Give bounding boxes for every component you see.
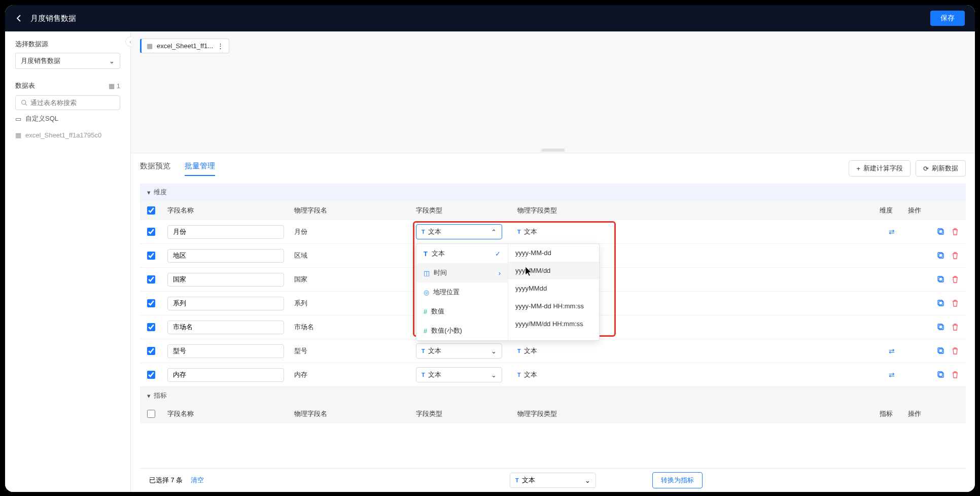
copy-icon[interactable] bbox=[937, 324, 944, 331]
delete-icon[interactable] bbox=[952, 347, 959, 355]
field-type-select[interactable]: T文本⌄ bbox=[416, 343, 502, 359]
plus-icon: + bbox=[856, 165, 860, 172]
col-dimension: 维度 bbox=[619, 206, 908, 215]
svg-rect-7 bbox=[939, 301, 943, 306]
tables-count: 1 bbox=[117, 82, 120, 90]
delete-icon[interactable] bbox=[952, 228, 959, 235]
copy-icon[interactable] bbox=[937, 371, 944, 378]
clear-selection[interactable]: 清空 bbox=[191, 476, 204, 485]
delete-icon[interactable] bbox=[952, 276, 959, 283]
table-item[interactable]: ▦ excel_Sheet1_ff1a1795c0 bbox=[15, 127, 120, 143]
tab-preview[interactable]: 数据预览 bbox=[140, 161, 170, 176]
copy-icon[interactable] bbox=[937, 347, 944, 355]
convert-to-metric-button[interactable]: 转换为指标 bbox=[652, 472, 703, 488]
tabs: 数据预览 批量管理 bbox=[140, 161, 215, 176]
type-icon: T bbox=[424, 250, 428, 258]
canvas-area: ▦ excel_Sheet1_ff1... ⋮ bbox=[131, 31, 975, 153]
field-type-select[interactable]: T文本 ⌃ bbox=[416, 224, 502, 239]
delete-icon[interactable] bbox=[952, 300, 959, 307]
row-checkbox[interactable] bbox=[147, 347, 155, 355]
search-icon bbox=[21, 99, 27, 106]
copy-icon[interactable] bbox=[937, 228, 944, 235]
row-checkbox[interactable] bbox=[147, 252, 155, 260]
datasource-select[interactable]: 月度销售数据 ⌄ bbox=[15, 53, 120, 69]
chevron-up-icon: ⌃ bbox=[491, 228, 497, 236]
chevron-down-icon: ⌄ bbox=[491, 347, 497, 355]
date-format-option[interactable]: yyyy/MM/dd HH:mm:ss bbox=[508, 315, 599, 333]
field-name-input[interactable] bbox=[167, 225, 284, 239]
physical-name: 内存 bbox=[294, 370, 416, 379]
swap-icon[interactable]: ⇄ bbox=[889, 228, 895, 236]
field-name-input[interactable] bbox=[167, 321, 284, 334]
table-search[interactable] bbox=[15, 95, 120, 110]
delete-icon[interactable] bbox=[952, 324, 959, 331]
text-type-icon: T bbox=[422, 229, 425, 235]
delete-icon[interactable] bbox=[952, 371, 959, 378]
new-calc-field-button[interactable]: +新建计算字段 bbox=[849, 160, 911, 176]
row-checkbox[interactable] bbox=[147, 323, 155, 331]
row-checkbox[interactable] bbox=[147, 371, 155, 379]
table-icon: ▦ bbox=[147, 42, 153, 50]
caret-down-icon: ▾ bbox=[147, 392, 151, 400]
delete-icon[interactable] bbox=[952, 252, 959, 259]
datasource-label: 选择数据源 bbox=[15, 40, 120, 49]
back-icon[interactable] bbox=[15, 14, 23, 22]
field-name-input[interactable] bbox=[167, 297, 284, 310]
topbar: 月度销售数据 保存 bbox=[5, 5, 975, 31]
select-all-metric-checkbox[interactable] bbox=[147, 410, 155, 418]
type-option[interactable]: ◎地理位置 bbox=[416, 282, 508, 302]
date-format-option[interactable]: yyyy-MM-dd HH:mm:ss bbox=[508, 297, 599, 315]
source-chip[interactable]: ▦ excel_Sheet1_ff1... ⋮ bbox=[140, 39, 229, 53]
text-type-icon: T bbox=[517, 372, 521, 378]
custom-sql-item[interactable]: ▭ 自定义SQL bbox=[15, 110, 120, 127]
swap-icon[interactable]: ⇄ bbox=[889, 371, 895, 379]
select-all-checkbox[interactable] bbox=[147, 206, 155, 215]
copy-icon[interactable] bbox=[937, 276, 944, 283]
type-dropdown: T文本✓◫时间›◎地理位置#数值#数值(小数) yyyy-MM-ddyyyy/M… bbox=[416, 243, 600, 341]
sidebar: ‹ 选择数据源 月度销售数据 ⌄ 数据表 ▦1 ▭ bbox=[5, 31, 131, 492]
type-option[interactable]: ◫时间› bbox=[416, 263, 508, 282]
chevron-right-icon: › bbox=[499, 269, 501, 277]
physical-name: 月份 bbox=[294, 227, 416, 236]
type-option[interactable]: #数值 bbox=[416, 302, 508, 321]
dimension-group[interactable]: ▾维度 bbox=[140, 184, 966, 201]
date-format-option[interactable]: yyyyMMdd bbox=[508, 279, 599, 297]
col-phys-type: 物理字段类型 bbox=[517, 206, 619, 215]
row-checkbox[interactable] bbox=[147, 228, 155, 236]
field-row: 型号 T文本⌄ T文本 ⇄ bbox=[140, 339, 966, 363]
field-row: 月份 T文本 ⌃ T文本✓◫时间›◎地理位置#数值#数值(小数) yyyy-MM… bbox=[140, 220, 966, 244]
field-name-input[interactable] bbox=[167, 368, 284, 382]
svg-rect-11 bbox=[939, 349, 943, 353]
svg-rect-10 bbox=[938, 324, 942, 329]
swap-icon[interactable]: ⇄ bbox=[889, 347, 895, 355]
metric-group[interactable]: ▾指标 bbox=[140, 387, 966, 404]
type-icon: ◫ bbox=[424, 269, 430, 277]
copy-icon[interactable] bbox=[937, 300, 944, 307]
tab-batch[interactable]: 批量管理 bbox=[185, 161, 215, 176]
source-name: excel_Sheet1_ff1... bbox=[157, 42, 213, 50]
copy-icon[interactable] bbox=[937, 252, 944, 259]
svg-rect-5 bbox=[939, 277, 943, 282]
table-search-input[interactable] bbox=[30, 99, 116, 107]
physical-name: 型号 bbox=[294, 346, 416, 356]
svg-point-0 bbox=[22, 100, 26, 104]
field-type-select[interactable]: T文本⌄ bbox=[416, 367, 502, 382]
chevron-down-icon: ⌄ bbox=[109, 57, 115, 65]
field-name-input[interactable] bbox=[167, 344, 284, 358]
footer-type-select[interactable]: T文本 ⌄ bbox=[510, 473, 596, 488]
field-name-input[interactable] bbox=[167, 249, 284, 263]
resize-handle[interactable] bbox=[541, 149, 565, 152]
svg-rect-6 bbox=[938, 276, 942, 281]
row-checkbox[interactable] bbox=[147, 299, 155, 307]
type-option[interactable]: T文本✓ bbox=[416, 244, 508, 263]
more-icon[interactable]: ⋮ bbox=[217, 42, 224, 50]
table-icon: ▦ bbox=[15, 131, 21, 139]
date-format-option[interactable]: yyyy-MM-dd bbox=[508, 244, 599, 262]
date-format-option[interactable]: yyyy/MM/dd bbox=[508, 262, 599, 279]
physical-name: 区域 bbox=[294, 251, 416, 260]
refresh-button[interactable]: ⟳刷新数据 bbox=[916, 160, 966, 176]
save-button[interactable]: 保存 bbox=[930, 11, 965, 26]
type-option[interactable]: #数值(小数) bbox=[416, 321, 508, 340]
field-name-input[interactable] bbox=[167, 273, 284, 287]
row-checkbox[interactable] bbox=[147, 275, 155, 284]
